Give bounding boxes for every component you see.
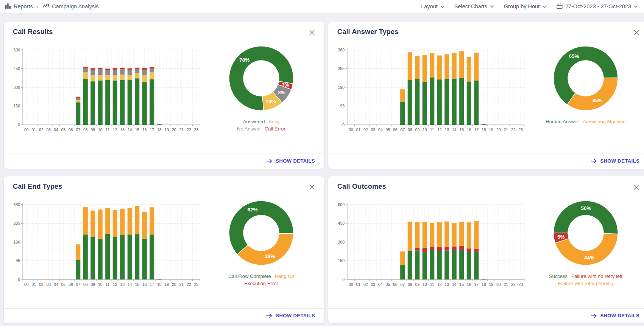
legend-item[interactable]: Execution Error bbox=[244, 281, 278, 286]
legend-item[interactable]: Call Error bbox=[265, 126, 285, 132]
arrow-right-icon bbox=[266, 159, 272, 163]
legend-item[interactable]: Human Answer bbox=[546, 119, 579, 124]
show-details-link[interactable]: SHOW DETAILS bbox=[591, 158, 640, 164]
svg-text:300: 300 bbox=[338, 240, 345, 244]
card-title: Call Results bbox=[13, 28, 53, 36]
svg-text:06: 06 bbox=[393, 127, 398, 132]
close-icon[interactable] bbox=[307, 28, 317, 37]
svg-text:600: 600 bbox=[338, 202, 345, 207]
legend-item[interactable]: Failure with no retry left bbox=[571, 273, 622, 279]
layout-dropdown[interactable]: Layout bbox=[421, 3, 444, 9]
close-icon[interactable] bbox=[307, 183, 317, 192]
svg-text:17: 17 bbox=[150, 282, 154, 287]
svg-text:03: 03 bbox=[46, 282, 51, 287]
svg-text:06: 06 bbox=[69, 127, 73, 132]
card-title: Call End Types bbox=[13, 183, 62, 191]
calendar-icon bbox=[557, 3, 563, 10]
legend-item[interactable]: No Answer bbox=[237, 126, 261, 132]
legend-item[interactable]: Busy bbox=[268, 119, 279, 124]
legend-item[interactable]: Call Flow Complete bbox=[228, 273, 271, 279]
svg-text:20: 20 bbox=[496, 127, 501, 132]
close-icon[interactable] bbox=[632, 28, 641, 37]
svg-text:11: 11 bbox=[430, 282, 434, 287]
legend-item[interactable]: Failure with retry pending bbox=[558, 281, 613, 286]
svg-text:10: 10 bbox=[98, 282, 103, 287]
legend-item[interactable]: Hang Up bbox=[275, 273, 294, 279]
svg-text:04: 04 bbox=[54, 282, 58, 287]
svg-text:18: 18 bbox=[157, 127, 162, 132]
donut-chart: 62%38% bbox=[226, 198, 296, 270]
svg-text:15: 15 bbox=[459, 127, 464, 132]
donut-chart: 65%35% bbox=[550, 43, 621, 115]
svg-text:18: 18 bbox=[157, 282, 162, 287]
svg-text:19: 19 bbox=[164, 282, 169, 287]
svg-text:0: 0 bbox=[342, 277, 345, 282]
svg-text:08: 08 bbox=[83, 282, 88, 287]
svg-text:12: 12 bbox=[437, 127, 442, 132]
svg-text:09: 09 bbox=[90, 282, 95, 287]
donut-chart: 78%3%8%10% bbox=[226, 43, 296, 115]
bar-chart: 0150300450600000102030405060708091011121… bbox=[8, 41, 203, 135]
svg-text:13: 13 bbox=[120, 282, 125, 287]
svg-text:16: 16 bbox=[142, 282, 147, 287]
card-title: Call Answer Types bbox=[337, 28, 398, 36]
svg-text:17: 17 bbox=[150, 127, 154, 132]
svg-text:285: 285 bbox=[338, 66, 345, 71]
svg-text:78%: 78% bbox=[239, 57, 249, 63]
svg-text:12: 12 bbox=[113, 282, 117, 287]
svg-text:600: 600 bbox=[13, 48, 20, 52]
group-by-dropdown[interactable]: Group by Hour bbox=[504, 3, 547, 9]
breadcrumb-reports[interactable]: Reports bbox=[5, 3, 33, 10]
chart-legend: Human AnswerAnswering Machine bbox=[544, 118, 628, 126]
donut-chart: 50%44%5% bbox=[550, 198, 621, 270]
svg-text:07: 07 bbox=[400, 127, 405, 132]
breadcrumb-campaign-analysis: Campaign Analysis bbox=[43, 3, 98, 10]
show-details-link[interactable]: SHOW DETAILS bbox=[266, 313, 315, 318]
svg-text:13: 13 bbox=[444, 127, 449, 132]
top-bar: Reports › Campaign Analysis Layout Selec… bbox=[0, 0, 644, 13]
svg-text:23: 23 bbox=[194, 282, 198, 287]
show-details-link[interactable]: SHOW DETAILS bbox=[266, 158, 315, 164]
svg-text:18: 18 bbox=[482, 282, 486, 287]
svg-text:22: 22 bbox=[187, 282, 191, 287]
legend-item[interactable]: Answered bbox=[243, 119, 265, 124]
svg-text:16: 16 bbox=[467, 282, 471, 287]
card-title: Call Outcomes bbox=[337, 183, 386, 191]
svg-text:15: 15 bbox=[135, 127, 139, 132]
date-range-label: 27-Oct-2023 - 27-Oct-2023 bbox=[565, 3, 631, 9]
svg-text:00: 00 bbox=[349, 282, 353, 287]
arrow-right-icon bbox=[591, 159, 597, 163]
svg-text:03: 03 bbox=[46, 127, 51, 132]
svg-text:08: 08 bbox=[408, 282, 412, 287]
date-range-picker[interactable]: 27-Oct-2023 - 27-Oct-2023 bbox=[557, 3, 638, 10]
show-details-link[interactable]: SHOW DETAILS bbox=[591, 313, 640, 318]
bar-chart: 0951902853800001020304050607080910111213… bbox=[8, 196, 203, 290]
close-icon[interactable] bbox=[632, 183, 641, 192]
svg-text:00: 00 bbox=[349, 127, 353, 132]
svg-text:05: 05 bbox=[385, 282, 390, 287]
svg-text:21: 21 bbox=[179, 127, 184, 132]
svg-text:01: 01 bbox=[356, 127, 360, 132]
select-charts-dropdown-label: Select Charts bbox=[454, 3, 487, 9]
svg-text:00: 00 bbox=[24, 282, 29, 287]
svg-text:23: 23 bbox=[194, 127, 198, 132]
svg-text:17: 17 bbox=[474, 127, 479, 132]
svg-text:07: 07 bbox=[76, 282, 80, 287]
legend-item[interactable]: Success bbox=[549, 273, 568, 279]
svg-text:08: 08 bbox=[408, 127, 412, 132]
svg-text:14: 14 bbox=[452, 282, 457, 287]
svg-text:06: 06 bbox=[69, 282, 73, 287]
legend-item[interactable]: Answering Machine bbox=[583, 119, 625, 124]
svg-text:8%: 8% bbox=[278, 90, 285, 95]
svg-text:16: 16 bbox=[142, 127, 147, 132]
svg-text:450: 450 bbox=[338, 221, 345, 225]
svg-text:02: 02 bbox=[363, 127, 368, 132]
svg-text:10%: 10% bbox=[265, 99, 276, 104]
svg-text:450: 450 bbox=[13, 66, 20, 71]
select-charts-dropdown[interactable]: Select Charts bbox=[454, 3, 494, 9]
svg-text:04: 04 bbox=[378, 282, 383, 287]
svg-text:03: 03 bbox=[371, 127, 375, 132]
svg-text:10: 10 bbox=[98, 127, 103, 132]
svg-text:22: 22 bbox=[187, 127, 191, 132]
svg-text:22: 22 bbox=[511, 282, 516, 287]
